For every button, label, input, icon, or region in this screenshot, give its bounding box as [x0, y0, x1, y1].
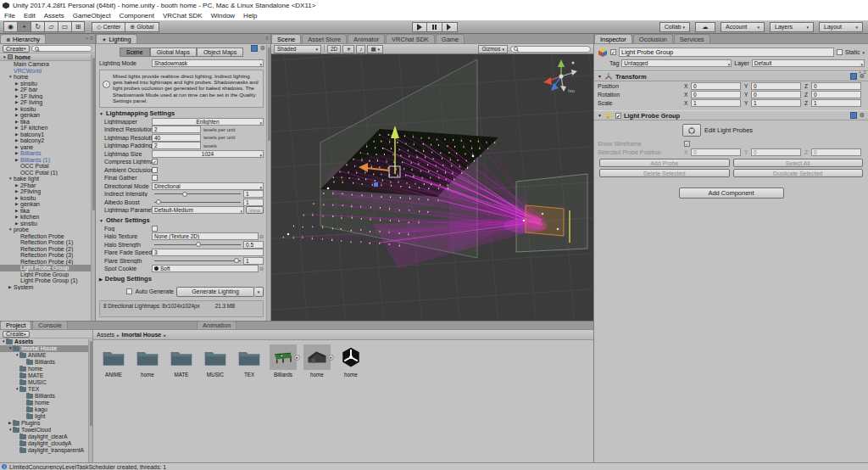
- generate-lighting-dropdown[interactable]: ▾: [254, 287, 264, 297]
- lightmap-resolution-field[interactable]: 40: [152, 134, 201, 142]
- x-field[interactable]: 0: [691, 91, 741, 98]
- pivot-button[interactable]: ◇Center: [92, 22, 125, 32]
- menu-item[interactable]: File: [0, 11, 19, 20]
- indirect-intensity-slider[interactable]: [154, 190, 241, 198]
- help-book-icon[interactable]: [251, 45, 258, 52]
- hierarchy-item[interactable]: ▶ yane: [0, 144, 95, 151]
- hierarchy-item[interactable]: ▶ 2Fbar: [0, 182, 95, 189]
- hierarchy-item[interactable]: Light Probe Group (1): [0, 277, 95, 284]
- project-tree-item[interactable]: MUSIC: [0, 379, 92, 386]
- view-button[interactable]: View: [246, 206, 264, 214]
- hierarchy-item[interactable]: Light Probe Group: [0, 271, 95, 278]
- scene-viewport[interactable]: Iso: [271, 54, 593, 321]
- transform-component-header[interactable]: ▼ Transform ⚙: [594, 71, 868, 81]
- expand-arrow[interactable]: ▼: [3, 55, 6, 59]
- edit-light-probes-button[interactable]: [682, 124, 701, 137]
- view-tab[interactable]: Game: [436, 34, 465, 43]
- component-enabled-checkbox[interactable]: [615, 113, 621, 119]
- lighting-mode-dropdown[interactable]: Shadowmask: [152, 59, 264, 67]
- hierarchy-item[interactable]: Reflection Probe (1): [0, 239, 95, 246]
- project-item[interactable]: ▸ Billiards: [267, 344, 299, 378]
- project-tree-item[interactable]: ▼ TowelCloud: [0, 427, 92, 434]
- y-field[interactable]: 0: [751, 91, 801, 98]
- lock-icon[interactable]: •: [859, 70, 860, 75]
- hierarchy-item[interactable]: ▶ kositu: [0, 195, 95, 202]
- object-picker-icon[interactable]: ⊙: [259, 266, 264, 271]
- probe-action-button[interactable]: Select All: [733, 159, 864, 167]
- ambient-occlusion-checkbox[interactable]: [152, 167, 158, 173]
- prefab-expand-icon[interactable]: ▸: [294, 355, 300, 361]
- project-tree-item[interactable]: MATE: [0, 372, 92, 379]
- hierarchy-item[interactable]: ▶ 2F living: [0, 99, 95, 106]
- flare-strength-value[interactable]: 1: [243, 257, 264, 265]
- hierarchy-item[interactable]: Main Camera: [0, 61, 95, 68]
- tab-hierarchy[interactable]: ≣Hierarchy: [0, 34, 46, 43]
- generate-lighting-button[interactable]: Generate Lighting: [176, 287, 254, 297]
- tool-button[interactable]: ↻: [31, 21, 44, 32]
- layer-dropdown[interactable]: Default: [752, 59, 865, 67]
- project-tree-item[interactable]: Billiards: [0, 359, 92, 366]
- tab-animation[interactable]: Animation: [197, 321, 236, 329]
- hierarchy-item[interactable]: ▼ home: [0, 74, 95, 81]
- layers-button[interactable]: Layers▾: [770, 22, 814, 32]
- hierarchy-item[interactable]: Reflection Probe: [0, 233, 95, 240]
- hierarchy-item[interactable]: ▶ Billiards (1): [0, 157, 95, 164]
- debug-settings-header[interactable]: ▶Debug Settings: [99, 275, 264, 283]
- hierarchy-item[interactable]: ▶ genkan: [0, 201, 95, 208]
- gear-icon[interactable]: ⚙: [860, 112, 865, 119]
- hierarchy-item[interactable]: OCC Potal (1): [0, 170, 95, 176]
- lightmap-size-dropdown[interactable]: 1024: [152, 150, 264, 158]
- project-tree-item[interactable]: daylight_clearA: [0, 434, 92, 440]
- bottom-tab[interactable]: Console: [32, 321, 68, 329]
- lightmap-padding-field[interactable]: 2: [152, 142, 201, 149]
- hierarchy-item[interactable]: Reflection Probe (2): [0, 246, 95, 253]
- indirect-intensity-value[interactable]: 1: [243, 190, 264, 198]
- project-tree-item[interactable]: light: [0, 413, 92, 420]
- inspector-tab[interactable]: Occlusion: [633, 34, 673, 43]
- project-tree-item[interactable]: home: [0, 400, 92, 406]
- hierarchy-item[interactable]: ▶ 2F bar: [0, 87, 95, 93]
- project-tree-item[interactable]: ▼ ANIME: [0, 352, 92, 359]
- draw-mode-dropdown[interactable]: Shaded▾: [274, 45, 321, 53]
- tag-dropdown[interactable]: Untagged: [621, 59, 732, 67]
- gameobject-name-field[interactable]: Light Probe Group: [619, 48, 834, 57]
- menu-item[interactable]: Help: [239, 11, 261, 20]
- menu-item[interactable]: VRChat SDK: [159, 11, 207, 20]
- probe-action-button[interactable]: Duplicate Selected: [733, 169, 864, 177]
- panel-menu-icon[interactable]: ≡: [265, 36, 269, 41]
- hierarchy-item[interactable]: ▶ 1F living: [0, 93, 95, 100]
- gizmos-dropdown[interactable]: Gizmos▾: [478, 45, 508, 53]
- menu-item[interactable]: Assets: [40, 11, 69, 20]
- flare-strength-slider[interactable]: [154, 257, 241, 265]
- project-tree-item[interactable]: daylight_transparentA: [0, 447, 92, 454]
- view-tab[interactable]: Scene: [271, 34, 301, 43]
- bottom-tab[interactable]: Project: [0, 321, 31, 329]
- foldout-arrow[interactable]: ▼: [598, 113, 602, 118]
- project-tree-scrollbar[interactable]: [88, 339, 92, 462]
- cloud-button[interactable]: ☁: [695, 22, 715, 32]
- fog-checkbox[interactable]: [152, 226, 158, 232]
- hierarchy-item[interactable]: ▶ sinsitu: [0, 221, 95, 227]
- hierarchy-item[interactable]: ▶ System: [0, 284, 95, 291]
- hierarchy-search-input[interactable]: [31, 45, 92, 52]
- hierarchy-item[interactable]: ▼ bake light: [0, 176, 95, 182]
- prefab-expand-icon[interactable]: ▸: [328, 355, 334, 361]
- step-button[interactable]: [442, 22, 458, 32]
- hierarchy-item[interactable]: Reflection Probe (4): [0, 259, 95, 266]
- menu-item[interactable]: Window: [207, 11, 239, 20]
- pause-button[interactable]: [427, 22, 442, 32]
- hierarchy-item[interactable]: VRCWorld: [0, 68, 95, 75]
- y-field[interactable]: 1: [751, 99, 801, 107]
- project-item[interactable]: ▸ MUSIC: [199, 344, 231, 378]
- project-create-button[interactable]: Create▾: [3, 331, 30, 338]
- directional-mode-dropdown[interactable]: Directional: [152, 182, 264, 190]
- x-field[interactable]: 0: [691, 82, 741, 90]
- view-tab[interactable]: Animator: [348, 34, 385, 43]
- view-tab[interactable]: VRChat SDK: [386, 34, 435, 43]
- lighting-subtab[interactable]: Scene: [120, 48, 150, 57]
- probe-action-button[interactable]: Delete Selected: [599, 169, 730, 177]
- hierarchy-item[interactable]: ▶ kositu: [0, 106, 95, 113]
- project-tree-item[interactable]: daylight_cloudyA: [0, 440, 92, 447]
- scene-root-row[interactable]: ▼ home: [0, 53, 95, 61]
- auto-generate-checkbox[interactable]: [126, 288, 132, 294]
